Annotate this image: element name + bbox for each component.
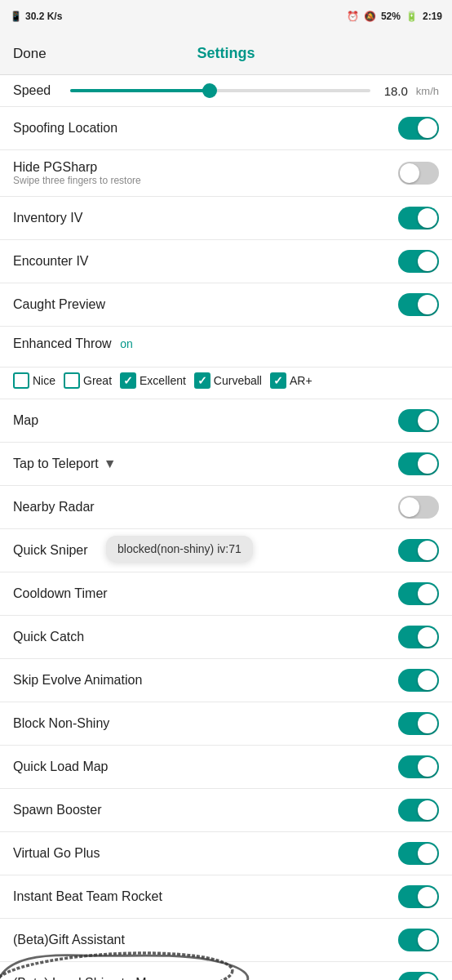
- toggle-thumb: [418, 757, 437, 777]
- encounter-iv-label: Encounter IV: [13, 254, 398, 269]
- settings-container: Speed 18.0 km/h Spoofing Location Hide P…: [0, 75, 452, 980]
- check-mark: ✓: [197, 374, 207, 387]
- speed-value: 18.0: [379, 84, 408, 98]
- ar-plus-checkbox-item[interactable]: ✓ AR+: [270, 372, 312, 389]
- excellent-checkbox[interactable]: ✓: [120, 372, 136, 389]
- quick-load-map-toggle[interactable]: [398, 755, 439, 778]
- mute-icon: 🔕: [364, 11, 376, 22]
- caught-preview-toggle[interactable]: [398, 293, 439, 316]
- quick-catch-toggle[interactable]: [398, 626, 439, 648]
- cooldown-timer-toggle[interactable]: [398, 582, 439, 605]
- carrier-icon: 📱: [10, 11, 22, 22]
- toggle-thumb: [400, 163, 419, 183]
- battery-icon: 🔋: [405, 11, 418, 22]
- toggle-thumb: [418, 930, 437, 950]
- dropdown-arrow-icon[interactable]: ▼: [104, 457, 117, 471]
- setting-row-virtual-go-plus: Virtual Go Plus: [0, 832, 452, 875]
- setting-row-beta-gift-assistant: (Beta)Gift Assistant: [0, 919, 452, 962]
- status-bar: 📱 30.2 K/s ⏰ 🔕 52% 🔋 2:19: [0, 0, 452, 33]
- ar-plus-label: AR+: [290, 374, 312, 387]
- speed-thumb: [202, 83, 217, 98]
- enhanced-throw-status: on: [120, 337, 133, 350]
- teleport-label-group: Tap to Teleport ▼: [13, 457, 117, 471]
- toggle-thumb: [400, 497, 419, 517]
- curveball-checkbox[interactable]: ✓: [194, 372, 210, 389]
- beta-gift-assistant-label: (Beta)Gift Assistant: [13, 933, 398, 947]
- caught-preview-label: Caught Preview: [13, 297, 398, 312]
- page-title: Settings: [197, 45, 255, 62]
- toggle-thumb: [418, 295, 437, 314]
- done-button[interactable]: Done: [13, 46, 47, 62]
- nice-label: Nice: [33, 374, 55, 387]
- speed-label: Speed: [13, 83, 62, 98]
- setting-row-quick-load-map: Quick Load Map: [0, 746, 452, 789]
- nice-checkbox[interactable]: [13, 372, 29, 389]
- toggle-thumb: [418, 800, 437, 820]
- toggle-thumb: [418, 454, 437, 474]
- spoofing-location-toggle[interactable]: [398, 117, 439, 140]
- enhanced-throw-label: Enhanced Throw on: [13, 336, 439, 351]
- setting-row-cooldown-timer: Cooldown Timer: [0, 572, 452, 616]
- spoofing-location-label: Spoofing Location: [13, 121, 398, 136]
- nearby-radar-toggle[interactable]: [398, 496, 439, 519]
- toggle-thumb: [418, 411, 437, 430]
- beta-load-shiny-toggle[interactable]: [398, 972, 439, 980]
- setting-row-nearby-radar: Nearby Radar: [0, 486, 452, 529]
- setting-row-spoofing-location: Spoofing Location: [0, 107, 452, 150]
- great-checkbox-item[interactable]: Great: [64, 372, 112, 389]
- beta-load-shiny-label: (Beta) Load Shiny to Map: [13, 976, 398, 980]
- excellent-checkbox-item[interactable]: ✓ Excellent: [120, 372, 186, 389]
- encounter-iv-toggle[interactable]: [398, 250, 439, 273]
- hide-pgsharp-toggle[interactable]: [398, 162, 439, 185]
- map-label: Map: [13, 413, 398, 428]
- setting-row-beta-load-shiny: (Beta) Load Shiny to Map: [0, 962, 452, 980]
- map-toggle[interactable]: [398, 409, 439, 432]
- excellent-label: Excellent: [140, 374, 186, 387]
- battery-text: 52%: [381, 11, 401, 22]
- quick-load-map-label: Quick Load Map: [13, 760, 398, 774]
- setting-row-spawn-booster: Spawn Booster: [0, 789, 452, 832]
- setting-row-instant-beat-team-rocket: Instant Beat Team Rocket: [0, 875, 452, 919]
- status-left: 📱 30.2 K/s: [10, 11, 62, 22]
- toggle-thumb: [418, 118, 437, 138]
- setting-row-quick-sniper: Quick Sniper blocked(non-shiny) iv:71: [0, 529, 452, 572]
- tap-to-teleport-toggle[interactable]: [398, 452, 439, 475]
- great-checkbox[interactable]: [64, 372, 80, 389]
- setting-row-hide-pgsharp: Hide PGSharp Swipe three fingers to rest…: [0, 150, 452, 197]
- toggle-thumb: [418, 887, 437, 906]
- quick-sniper-tooltip: blocked(non-shiny) iv:71: [106, 536, 253, 562]
- check-mark: ✓: [273, 374, 283, 387]
- speed-slider[interactable]: [70, 89, 370, 92]
- setting-row-map: Map: [0, 399, 452, 443]
- virtual-go-plus-label: Virtual Go Plus: [13, 846, 398, 861]
- inventory-iv-toggle[interactable]: [398, 207, 439, 229]
- block-non-shiny-label: Block Non-Shiny: [13, 716, 398, 731]
- setting-row-quick-catch: Quick Catch: [0, 616, 452, 659]
- instant-beat-team-rocket-label: Instant Beat Team Rocket: [13, 889, 398, 904]
- speed-fill: [70, 89, 206, 92]
- nice-checkbox-item[interactable]: Nice: [13, 372, 55, 389]
- carrier-text: 30.2 K/s: [25, 11, 62, 22]
- setting-row-tap-to-teleport: Tap to Teleport ▼: [0, 443, 452, 486]
- toggle-thumb: [418, 973, 437, 980]
- ar-plus-checkbox[interactable]: ✓: [270, 372, 286, 389]
- curveball-checkbox-item[interactable]: ✓ Curveball: [194, 372, 262, 389]
- quick-sniper-toggle[interactable]: [398, 539, 439, 562]
- virtual-go-plus-toggle[interactable]: [398, 842, 439, 865]
- spawn-booster-toggle[interactable]: [398, 799, 439, 822]
- beta-gift-assistant-toggle[interactable]: [398, 929, 439, 951]
- toggle-thumb: [418, 541, 437, 560]
- header: Done Settings: [0, 33, 452, 75]
- time-text: 2:19: [423, 11, 442, 22]
- great-label: Great: [83, 374, 112, 387]
- toggle-thumb: [418, 584, 437, 604]
- hide-pgsharp-label: Hide PGSharp Swipe three fingers to rest…: [13, 160, 398, 186]
- toggle-thumb: [418, 844, 437, 863]
- skip-evolve-animation-toggle[interactable]: [398, 669, 439, 692]
- status-right: ⏰ 🔕 52% 🔋 2:19: [347, 11, 442, 22]
- setting-row-caught-preview: Caught Preview: [0, 283, 452, 327]
- instant-beat-team-rocket-toggle[interactable]: [398, 885, 439, 908]
- block-non-shiny-toggle[interactable]: [398, 712, 439, 735]
- enhanced-throw-checkboxes: Nice Great ✓ Excellent ✓ Curveball ✓ AR+: [0, 368, 452, 399]
- toggle-thumb: [418, 208, 437, 228]
